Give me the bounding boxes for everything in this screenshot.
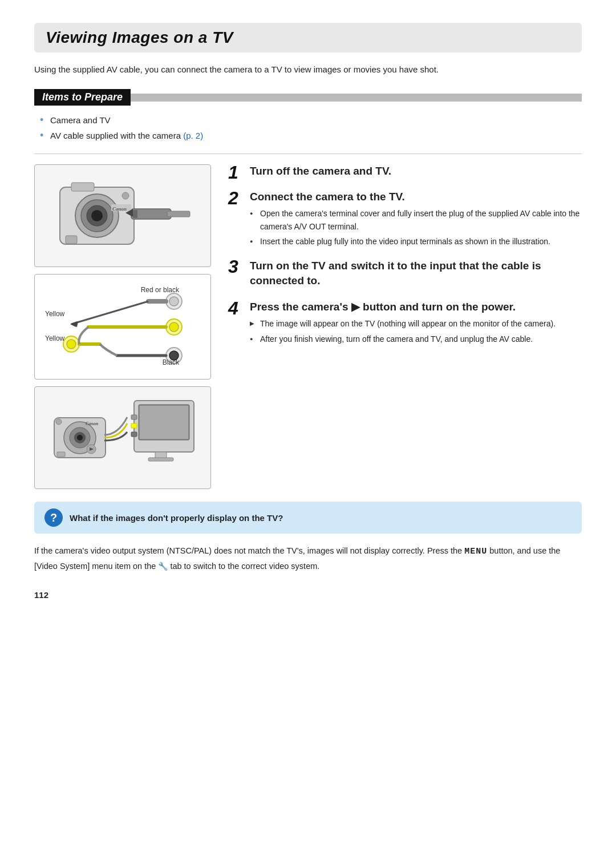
svg-marker-28	[70, 321, 77, 327]
svg-rect-5	[71, 183, 94, 191]
step-2-bullets: Open the camera's terminal cover and ful…	[250, 207, 582, 248]
svg-point-20	[169, 322, 179, 332]
step-3-content: Turn on the TV and switch it to the inpu…	[250, 259, 582, 292]
camera-bottom-svg: Canon	[43, 392, 202, 483]
svg-point-23	[67, 340, 76, 349]
svg-rect-13	[66, 236, 77, 244]
svg-rect-34	[131, 432, 137, 437]
items-heading: Items to Prepare	[34, 89, 131, 106]
prepare-list: Camera and TV AV cable supplied with the…	[34, 112, 582, 143]
step-1: 1 Turn off the camera and TV.	[228, 164, 582, 182]
svg-rect-31	[140, 406, 188, 439]
step-3: 3 Turn on the TV and switch it to the in…	[228, 259, 582, 292]
step-1-title: Turn off the camera and TV.	[250, 164, 582, 179]
svg-point-4	[91, 210, 103, 221]
step-4-bullet-1: The image will appear on the TV (nothing…	[250, 317, 582, 330]
step-3-title: Turn on the TV and switch it to the inpu…	[250, 259, 582, 289]
step-1-number: 1	[228, 163, 244, 181]
page-link[interactable]: (p. 2)	[183, 131, 203, 140]
step-4-content: Press the camera's ▶ button and turn on …	[250, 300, 582, 348]
menu-text: MENU	[464, 547, 487, 556]
step-4-bullets: The image will appear on the TV (nothing…	[250, 317, 582, 345]
svg-rect-46	[57, 452, 65, 457]
images-column: Canon Red or black Yellow Yellow Black	[34, 164, 211, 489]
svg-rect-11	[133, 210, 137, 218]
prepare-item-2: AV cable supplied with the camera (p. 2)	[40, 128, 582, 143]
section-heading: Items to Prepare	[34, 89, 582, 106]
question-text: What if the images don't properly displa…	[70, 513, 283, 523]
main-content: Canon Red or black Yellow Yellow Black	[34, 164, 582, 489]
label-yellow2: Yellow	[45, 334, 64, 342]
footer-text: If the camera's video output system (NTS…	[34, 544, 582, 573]
svg-rect-33	[131, 423, 137, 428]
step-3-number: 3	[228, 257, 244, 276]
page-number: 112	[34, 590, 582, 600]
camera-top-svg: Canon	[43, 170, 202, 261]
svg-point-12	[122, 192, 129, 199]
page-title: Viewing Images on a TV	[46, 29, 570, 47]
svg-text:Canon: Canon	[112, 206, 127, 212]
step-2-content: Connect the camera to the TV. Open the c…	[250, 190, 582, 251]
svg-rect-32	[131, 415, 137, 419]
step-4: 4 Press the camera's ▶ button and turn o…	[228, 300, 582, 348]
label-red-black: Red or black	[141, 286, 179, 294]
camera-tv-image: Canon	[34, 386, 211, 489]
tab-icon: 🔧	[158, 562, 168, 571]
intro-text: Using the supplied AV cable, you can con…	[34, 63, 582, 76]
step-2-bullet-2: Insert the cable plug fully into the vid…	[250, 235, 582, 248]
label-yellow1: Yellow	[45, 310, 64, 318]
step-2: 2 Connect the camera to the TV. Open the…	[228, 190, 582, 251]
svg-rect-36	[148, 458, 173, 461]
step-1-content: Turn off the camera and TV.	[250, 164, 582, 182]
camera-cable-image: Canon	[34, 164, 211, 267]
heading-bar	[131, 94, 582, 102]
svg-point-45	[56, 419, 62, 425]
step-4-number: 4	[228, 299, 244, 317]
steps-column: 1 Turn off the camera and TV. 2 Connect …	[228, 164, 582, 489]
svg-point-15	[169, 297, 179, 306]
step-4-title: Press the camera's ▶ button and turn on …	[250, 300, 582, 314]
question-icon: ?	[44, 508, 63, 527]
page-title-bar: Viewing Images on a TV	[34, 23, 582, 53]
cable-diagram-image: Red or black Yellow Yellow Black	[34, 274, 211, 380]
svg-line-17	[71, 301, 148, 324]
step-2-title: Connect the camera to the TV.	[250, 190, 582, 204]
svg-text:Canon: Canon	[86, 421, 99, 426]
step-4-bullet-2: After you finish viewing, turn off the c…	[250, 333, 582, 345]
divider	[34, 154, 582, 154]
question-box: ? What if the images don't properly disp…	[34, 502, 582, 534]
prepare-item-1: Camera and TV	[40, 112, 582, 128]
step-2-bullet-1: Open the camera's terminal cover and ful…	[250, 207, 582, 233]
svg-rect-9	[167, 211, 190, 217]
svg-point-41	[77, 435, 83, 441]
step-2-number: 2	[228, 189, 244, 207]
label-black: Black	[163, 358, 179, 366]
